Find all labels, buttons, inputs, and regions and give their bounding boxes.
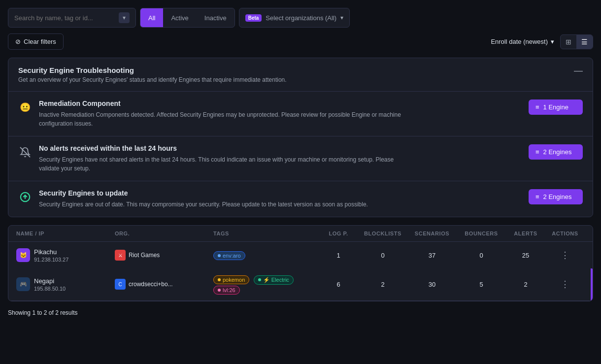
engine-avatar-negapi: 🎮 xyxy=(16,277,30,291)
engine-ip-negapi: 195.88.50.10 xyxy=(34,286,66,292)
tag-dot-pink xyxy=(218,289,221,292)
troubleshooting-desc: Get an overview of your Security Engines… xyxy=(18,76,287,83)
engine-name-cell-negapi: 🎮 Negapi 195.88.50.10 xyxy=(16,277,115,292)
alert-item-remediation: 😐 Remediation Component Inactive Remedia… xyxy=(8,92,593,136)
org-name-pikachu: Riot Games xyxy=(129,252,160,259)
tags-cell-negapi: pokemon ⚡ Electric lvl:26 xyxy=(213,274,319,295)
actions-cell-negapi: ⋮ xyxy=(545,277,585,292)
bouncers-pikachu: 0 xyxy=(457,252,506,259)
tag-dot xyxy=(218,254,221,257)
filter-btn-active[interactable]: Active xyxy=(163,8,196,27)
org-selector[interactable]: Beta Select organizations (All) ▾ xyxy=(239,8,350,28)
filter-group: All Active Inactive xyxy=(140,8,235,28)
th-org: ORG. xyxy=(115,231,213,236)
search-dropdown-btn[interactable]: ▾ xyxy=(119,12,130,23)
view-grid-button[interactable]: ⊞ xyxy=(561,35,576,49)
blocklists-pikachu: 0 xyxy=(358,252,407,259)
pagination-suffix: results xyxy=(60,309,77,316)
alert-content-3: Security Engines to update Security Engi… xyxy=(39,189,368,209)
engines-table: NAME / IP ORG. TAGS LOG P. BLOCKLISTS SC… xyxy=(8,225,593,301)
view-list-button[interactable]: ☰ xyxy=(576,35,593,49)
scenarios-negapi: 30 xyxy=(407,281,457,288)
tag-electric[interactable]: ⚡ Electric xyxy=(254,275,294,285)
table-row-negapi: 🎮 Negapi 195.88.50.10 C crowdsecci+bo...… xyxy=(8,268,593,301)
engine-avatar-pikachu: 🐱 xyxy=(16,248,30,262)
sort-selector[interactable]: Enroll date (newest) ▾ xyxy=(491,38,554,45)
top-bar: ▾ All Active Inactive Beta Select organi… xyxy=(8,8,593,28)
more-actions-negapi[interactable]: ⋮ xyxy=(557,277,573,292)
org-chevron-icon: ▾ xyxy=(340,14,343,21)
search-input[interactable] xyxy=(14,14,119,22)
tag-dot-yellow xyxy=(218,278,221,281)
beta-badge: Beta xyxy=(245,14,262,22)
engines-btn-icon-3: ≡ xyxy=(535,193,539,200)
table-header: NAME / IP ORG. TAGS LOG P. BLOCKLISTS SC… xyxy=(8,226,593,242)
th-logp: LOG P. xyxy=(319,231,358,236)
view-toggle: ⊞ ☰ xyxy=(560,34,593,49)
pagination-prefix: Showing xyxy=(8,309,32,316)
troubleshooting-title: Security Engine Troubleshooting xyxy=(18,66,287,74)
remediation-icon: 😐 xyxy=(18,100,32,114)
engine-ip-pikachu: 91.238.103.27 xyxy=(34,257,68,263)
engines-btn-icon: ≡ xyxy=(535,103,539,111)
more-actions-pikachu[interactable]: ⋮ xyxy=(557,248,573,263)
table-row: 🎮 Negapi 195.88.50.10 C crowdsecci+bo...… xyxy=(8,268,593,301)
scenarios-pikachu: 37 xyxy=(407,252,457,259)
troubleshooting-info: Security Engine Troubleshooting Get an o… xyxy=(18,66,287,83)
tag-env-aro[interactable]: env:aro xyxy=(213,251,245,260)
engines-btn-no-alerts[interactable]: ≡ 2 Engines xyxy=(529,144,583,160)
org-selector-label: Select organizations (All) xyxy=(266,14,336,22)
alert-desc-remediation: Inactive Remediation Components detected… xyxy=(39,110,413,128)
org-avatar-negapi: C xyxy=(115,279,126,290)
row-status-bar-negapi xyxy=(591,268,593,301)
engines-btn-icon-2: ≡ xyxy=(535,148,539,156)
tags-cell-pikachu: env:aro xyxy=(213,250,319,260)
org-avatar-pikachu: ⚔ xyxy=(115,250,126,261)
th-name: NAME / IP xyxy=(16,231,115,236)
alert-left-3: Security Engines to update Security Engi… xyxy=(18,189,368,209)
engines-btn-update[interactable]: ≡ 2 Engines xyxy=(529,189,583,204)
tag-dot-teal xyxy=(258,278,261,281)
filter-btn-all[interactable]: All xyxy=(140,8,163,27)
org-cell-negapi: C crowdsecci+bo... xyxy=(115,279,213,290)
engine-name-negapi: Negapi xyxy=(34,277,66,285)
right-controls: Enroll date (newest) ▾ ⊞ ☰ xyxy=(491,34,593,49)
engines-btn-label: 1 Engine xyxy=(543,103,568,111)
second-row: ⊘ Clear filters Enroll date (newest) ▾ ⊞… xyxy=(8,33,593,50)
table-row: 🐱 Pikachu 91.238.103.27 ⚔ Riot Games env… xyxy=(8,242,593,268)
pagination-to-prefix: to xyxy=(37,309,43,316)
alert-desc-update: Security Engines are out of date. This m… xyxy=(39,200,368,209)
alert-content-2: No alerts received within the last 24 ho… xyxy=(39,144,413,173)
log-p-negapi: 6 xyxy=(319,281,358,288)
alerts-pikachu: 25 xyxy=(506,252,545,259)
sort-label: Enroll date (newest) xyxy=(491,38,548,45)
pagination-of: of xyxy=(49,309,55,316)
actions-cell-pikachu: ⋮ xyxy=(545,248,585,263)
alert-item-no-alerts: No alerts received within the last 24 ho… xyxy=(8,136,593,181)
filter-btn-inactive[interactable]: Inactive xyxy=(197,8,234,27)
tag-lvl26[interactable]: lvl:26 xyxy=(213,286,240,295)
pagination-from: 1 xyxy=(32,309,35,316)
clear-filters-label: Clear filters xyxy=(24,38,56,45)
svg-line-0 xyxy=(20,147,30,157)
engines-btn-label-3: 2 Engines xyxy=(543,193,572,200)
tag-pokemon[interactable]: pokemon xyxy=(213,275,249,284)
engines-btn-label-2: 2 Engines xyxy=(543,148,572,156)
engines-btn-remediation[interactable]: ≡ 1 Engine xyxy=(529,99,583,115)
search-wrapper: ▾ xyxy=(8,8,136,28)
blocklists-negapi: 2 xyxy=(358,281,407,288)
clear-filters-button[interactable]: ⊘ Clear filters xyxy=(8,33,64,50)
log-p-pikachu: 1 xyxy=(319,252,358,259)
troubleshooting-panel: Security Engine Troubleshooting Get an o… xyxy=(8,58,593,217)
troubleshooting-collapse-button[interactable]: — xyxy=(574,66,583,75)
th-bouncers: BOUNCERS xyxy=(457,231,506,236)
engine-name-cell: 🐱 Pikachu 91.238.103.27 xyxy=(16,248,115,263)
troubleshooting-header: Security Engine Troubleshooting Get an o… xyxy=(8,58,593,92)
filter-icon: ⊘ xyxy=(15,38,21,45)
alert-left: 😐 Remediation Component Inactive Remedia… xyxy=(18,99,413,128)
org-name-negapi: crowdsecci+bo... xyxy=(129,281,173,288)
th-tags: TAGS xyxy=(213,231,319,236)
alert-title-remediation: Remediation Component xyxy=(39,99,413,107)
no-alerts-icon xyxy=(18,145,32,159)
alert-left-2: No alerts received within the last 24 ho… xyxy=(18,144,413,173)
